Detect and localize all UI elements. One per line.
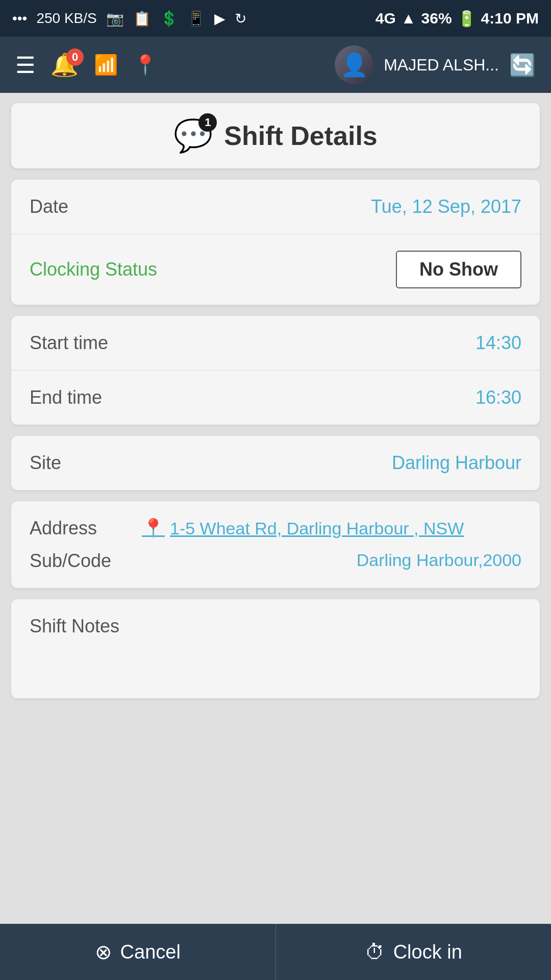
end-time-label: End time [30,387,102,408]
clock-in-label: Clock in [393,941,462,963]
cancel-icon: ⊗ [95,940,112,964]
site-value: Darling Harbour [392,452,521,474]
address-card: Address 📍 1-5 Wheat Rd, Darling Harbour … [11,501,540,588]
address-value[interactable]: 📍 1-5 Wheat Rd, Darling Harbour , NSW [142,518,464,539]
notes-card: Shift Notes [11,599,540,698]
clock-in-button[interactable]: ⏱ Clock in [276,924,552,980]
start-time-label: Start time [30,332,108,354]
main-content: 💬 1 Shift Details Date Tue, 12 Sep, 2017… [0,93,551,924]
address-text: 1-5 Wheat Rd, Darling Harbour , NSW [170,519,464,538]
user-name: MAJED ALSH... [384,56,499,75]
start-time-row: Start time 14:30 [11,316,540,371]
sim-icon: 📋 [133,10,151,27]
site-row: Site Darling Harbour [11,436,540,490]
no-show-button[interactable]: No Show [396,251,521,288]
subcode-row: Sub/Code Darling Harbour,2000 [30,550,521,572]
clocking-label: Clocking Status [30,259,157,280]
end-time-value: 16:30 [475,387,521,408]
pin-icon: 📍 [142,518,165,539]
signal-type: 4G [375,10,396,27]
start-time-value: 14:30 [475,332,521,354]
end-time-row: End time 16:30 [11,371,540,425]
clock: 4:10 PM [481,10,539,27]
whatsapp-icon: 📱 [187,10,205,27]
dollar-icon: 💲 [160,10,178,27]
subcode-label: Sub/Code [30,550,142,572]
address-row: Address 📍 1-5 Wheat Rd, Darling Harbour … [30,518,521,539]
youtube-icon: ▶ [214,10,226,27]
video-icon: 📷 [106,10,124,27]
location-icon: 📍 [133,54,157,76]
cancel-button[interactable]: ⊗ Cancel [0,924,276,980]
page-header-card: 💬 1 Shift Details [11,103,540,168]
subcode-value: Darling Harbour,2000 [142,550,521,570]
date-value: Tue, 12 Sep, 2017 [371,196,521,217]
notification-badge: 0 [66,48,84,66]
clocking-row: Clocking Status No Show [11,234,540,305]
status-bar: ••• 250 KB/S 📷 📋 💲 📱 ▶ ↻ 4G ▲ 36% 🔋 4:10… [0,0,551,37]
page-header-icon-wrap: 💬 1 [173,117,213,154]
refresh-icon[interactable]: 🔄 [509,53,536,78]
date-label: Date [30,196,68,217]
cancel-label: Cancel [120,941,181,963]
notes-label: Shift Notes [30,616,119,636]
address-label: Address [30,518,142,539]
chat-badge: 1 [198,113,217,132]
page-title: Shift Details [224,120,378,151]
site-card: Site Darling Harbour [11,436,540,490]
time-card: Start time 14:30 End time 16:30 [11,316,540,425]
status-dots: ••• [12,10,27,27]
avatar: 👤 [335,45,373,84]
date-clocking-card: Date Tue, 12 Sep, 2017 Clocking Status N… [11,180,540,305]
signal-bars: ▲ [401,10,416,27]
menu-button[interactable]: ☰ [15,52,35,78]
bottom-bar: ⊗ Cancel ⏱ Clock in [0,924,551,980]
date-row: Date Tue, 12 Sep, 2017 [11,180,540,234]
backup-icon: ↻ [235,10,246,27]
nav-bar: ☰ 🔔 0 📶 📍 👤 MAJED ALSH... 🔄 [0,37,551,93]
battery-icon: 🔋 [457,10,476,28]
site-label: Site [30,452,61,474]
network-speed: 250 KB/S [36,10,96,27]
clock-icon: ⏱ [365,941,385,964]
notification-bell-wrap[interactable]: 🔔 0 [51,52,79,78]
wifi-icon: 📶 [94,54,118,76]
battery-percent: 36% [421,10,452,27]
